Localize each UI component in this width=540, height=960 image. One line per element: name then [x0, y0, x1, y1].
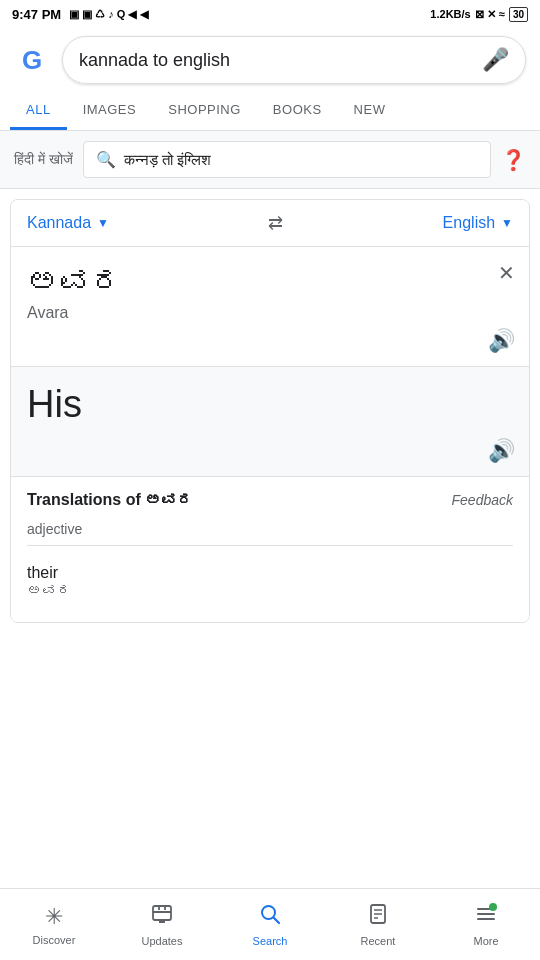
search-icon: 🔍 [96, 150, 116, 169]
source-language-button[interactable]: Kannada ▼ [27, 214, 109, 232]
svg-rect-0 [153, 906, 171, 920]
status-time: 9:47 PM [12, 7, 61, 22]
feedback-link[interactable]: Feedback [452, 492, 513, 508]
translation-entry: their ಅವರ [27, 554, 513, 608]
swap-languages-icon[interactable]: ⇄ [268, 212, 283, 234]
nav-more[interactable]: More [432, 903, 540, 947]
search-query-text: kannada to english [79, 50, 230, 71]
translations-of-title: Translations of ಅವರ [27, 491, 193, 509]
nav-more-label: More [473, 935, 498, 947]
more-icon [475, 903, 497, 931]
notification-dot [489, 903, 497, 911]
search-nav-icon [259, 903, 281, 931]
nav-recent-label: Recent [361, 935, 396, 947]
discover-icon: ✳ [45, 904, 63, 930]
source-lang-chevron: ▼ [97, 216, 109, 230]
translations-section: Translations of ಅವರ Feedback adjective t… [11, 477, 529, 622]
source-transliteration: Avara [27, 304, 513, 322]
close-source-button[interactable]: ✕ [498, 261, 515, 285]
help-icon[interactable]: ❓ [501, 148, 526, 172]
tab-images[interactable]: IMAGES [67, 92, 153, 130]
hindi-search-label: हिंदी में खोजें [14, 151, 73, 168]
translation-word: their [27, 564, 513, 582]
search-bar: G kannada to english 🎤 [0, 28, 540, 92]
hindi-search-box[interactable]: 🔍 कन्नड़ तो इंग्लिश [83, 141, 491, 178]
speaker-translation-icon[interactable]: 🔊 [488, 438, 515, 464]
status-left: 9:47 PM ▣ ▣ ♺ ♪ Q ◀ ◀ [12, 7, 148, 22]
hindi-search-text: कन्नड़ तो इंग्लिश [124, 151, 211, 169]
network-speed: 1.2KB/s [430, 8, 470, 20]
signal-icons: ⊠ ✕ ≈ [475, 8, 505, 21]
mic-icon[interactable]: 🎤 [482, 47, 509, 73]
svg-line-2 [274, 917, 280, 923]
status-icons: ▣ ▣ ♺ ♪ Q ◀ ◀ [69, 8, 147, 21]
pos-label: adjective [27, 521, 513, 546]
nav-tabs: ALL IMAGES SHOPPING BOOKS NEW [0, 92, 540, 131]
google-logo: G [14, 42, 50, 78]
nav-search[interactable]: Search [216, 903, 324, 947]
language-row: Kannada ▼ ⇄ English ▼ [11, 200, 529, 247]
tab-books[interactable]: BOOKS [257, 92, 338, 130]
logo-g-blue: G [22, 45, 42, 75]
translations-header: Translations of ಅವರ Feedback [27, 491, 513, 509]
recent-icon [367, 903, 389, 931]
status-bar: 9:47 PM ▣ ▣ ♺ ♪ Q ◀ ◀ 1.2KB/s ⊠ ✕ ≈ 30 [0, 0, 540, 28]
target-language-label: English [443, 214, 495, 232]
target-language-button[interactable]: English ▼ [443, 214, 513, 232]
bottom-nav: ✳ Discover Updates Search [0, 888, 540, 960]
hindi-search-row: हिंदी में खोजें 🔍 कन्नड़ तो इंग्लिश ❓ [0, 131, 540, 189]
tab-shopping[interactable]: SHOPPING [152, 92, 257, 130]
translation-back: ಅವರ [27, 582, 513, 598]
speaker-source-icon[interactable]: 🔊 [488, 328, 515, 354]
translator-card: Kannada ▼ ⇄ English ▼ ಅವರ Avara ✕ 🔊 His … [10, 199, 530, 623]
tab-new[interactable]: NEW [338, 92, 402, 130]
translation-panel: His 🔊 [11, 367, 529, 477]
translation-text: His [27, 383, 513, 426]
source-text-kannada: ಅವರ [27, 263, 513, 300]
tab-all[interactable]: ALL [10, 92, 67, 130]
battery-indicator: 30 [509, 7, 528, 22]
nav-discover-label: Discover [33, 934, 76, 946]
source-panel: ಅವರ Avara ✕ 🔊 [11, 247, 529, 367]
nav-recent[interactable]: Recent [324, 903, 432, 947]
nav-updates[interactable]: Updates [108, 903, 216, 947]
search-input-box[interactable]: kannada to english 🎤 [62, 36, 526, 84]
nav-search-label: Search [253, 935, 288, 947]
nav-updates-label: Updates [142, 935, 183, 947]
source-language-label: Kannada [27, 214, 91, 232]
nav-discover[interactable]: ✳ Discover [0, 904, 108, 946]
target-lang-chevron: ▼ [501, 216, 513, 230]
updates-icon [151, 903, 173, 931]
status-right: 1.2KB/s ⊠ ✕ ≈ 30 [430, 7, 528, 22]
